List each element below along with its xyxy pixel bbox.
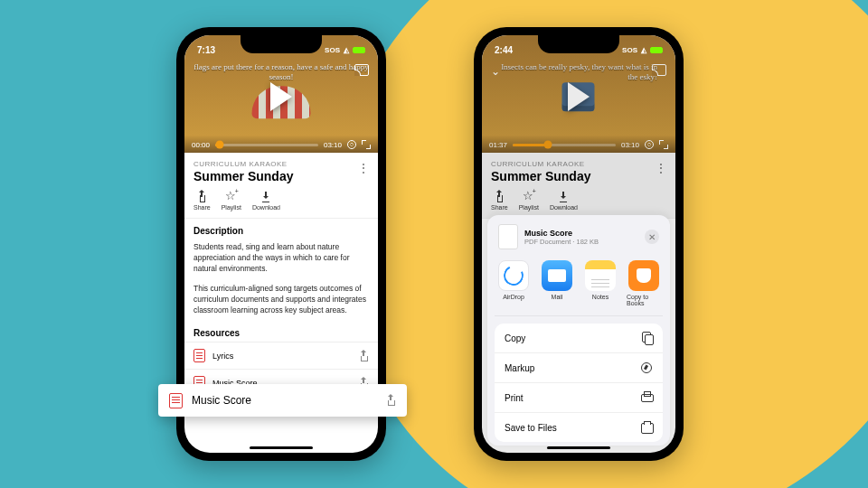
app-airdrop[interactable]: AirDrop [496, 260, 531, 306]
folder-icon [640, 421, 653, 434]
share-sheet: Music Score PDF Document · 182 KB ✕ AirD… [487, 215, 670, 446]
mail-icon [542, 260, 572, 291]
pdf-icon [193, 349, 205, 362]
notes-icon [585, 260, 616, 291]
notch [241, 35, 322, 53]
category-label: CURRICULUM KARAOKE [193, 160, 369, 168]
notch [538, 35, 619, 53]
export-icon[interactable] [358, 351, 369, 361]
sos-label: SOS [325, 46, 340, 54]
app-books[interactable]: Copy to Books [627, 260, 661, 306]
document-thumbnail [498, 224, 518, 249]
song-title: Summer Sunday [193, 169, 369, 183]
battery-icon [353, 47, 365, 53]
highlighted-label: Music Score [192, 394, 251, 407]
close-icon[interactable]: ✕ [645, 230, 659, 244]
print-icon [640, 391, 653, 404]
action-markup[interactable]: Markup [495, 353, 663, 383]
battery-icon [650, 47, 663, 53]
wifi-icon: ◭ [641, 46, 646, 54]
description-heading: Description [184, 219, 378, 239]
airdrop-icon [498, 260, 529, 291]
share-button[interactable]: Share [193, 191, 211, 211]
settings-icon[interactable] [347, 140, 356, 149]
resources-heading: Resources [184, 321, 378, 342]
time-duration: 03:10 [324, 141, 342, 149]
clock: 7:13 [197, 45, 215, 55]
description-text-2: This curriculum-aligned song targets out… [184, 281, 378, 317]
home-indicator[interactable] [250, 446, 313, 449]
phone-right: 2:44 SOS ◭ ⌄ Insects can be really pesky… [474, 27, 684, 461]
more-icon[interactable]: ⋮ [358, 162, 369, 174]
play-button[interactable] [270, 82, 292, 111]
home-indicator[interactable] [547, 446, 610, 449]
playlist-button[interactable]: Playlist [222, 191, 241, 211]
description-text: Students read, sing and learn about natu… [184, 239, 378, 276]
download-button[interactable]: Download [252, 191, 280, 211]
resource-label: Lyrics [212, 352, 233, 361]
markup-icon [640, 361, 653, 374]
time-current: 00:00 [192, 141, 210, 149]
action-save-to-files[interactable]: Save to Files [495, 413, 663, 442]
copy-icon [640, 332, 653, 344]
books-icon [628, 260, 659, 291]
resource-row[interactable]: Lyrics [184, 342, 378, 369]
seek-bar[interactable] [215, 144, 318, 146]
cast-icon[interactable] [354, 64, 369, 76]
pdf-icon [169, 393, 183, 408]
app-mail[interactable]: Mail [540, 260, 574, 306]
action-print[interactable]: Print [495, 383, 663, 413]
export-icon[interactable] [385, 395, 396, 406]
wifi-icon: ◭ [344, 46, 349, 54]
clock: 2:44 [495, 45, 513, 55]
action-copy[interactable]: Copy [495, 324, 663, 353]
app-notes[interactable]: Notes [583, 260, 618, 306]
sheet-title: Music Score [524, 229, 599, 238]
highlighted-resource[interactable]: Music Score [158, 384, 407, 417]
sheet-subtitle: PDF Document · 182 KB [524, 238, 599, 246]
sos-label: SOS [622, 46, 637, 54]
fullscreen-icon[interactable] [362, 140, 371, 149]
